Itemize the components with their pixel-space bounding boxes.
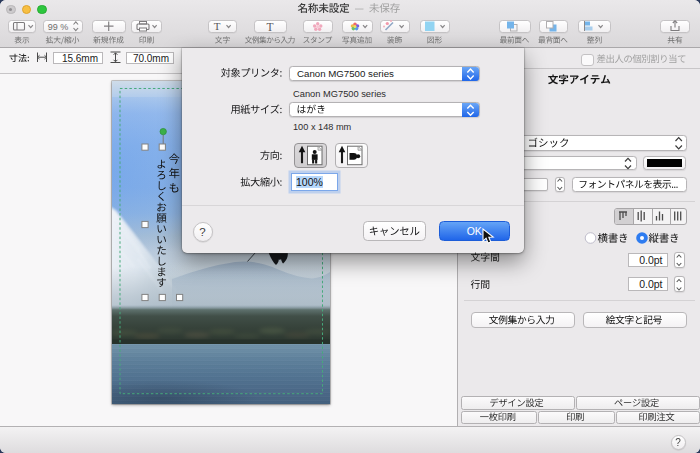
svg-text:T: T — [266, 21, 273, 33]
svg-text:99 %: 99 % — [48, 22, 69, 32]
svg-text:T: T — [214, 20, 221, 32]
